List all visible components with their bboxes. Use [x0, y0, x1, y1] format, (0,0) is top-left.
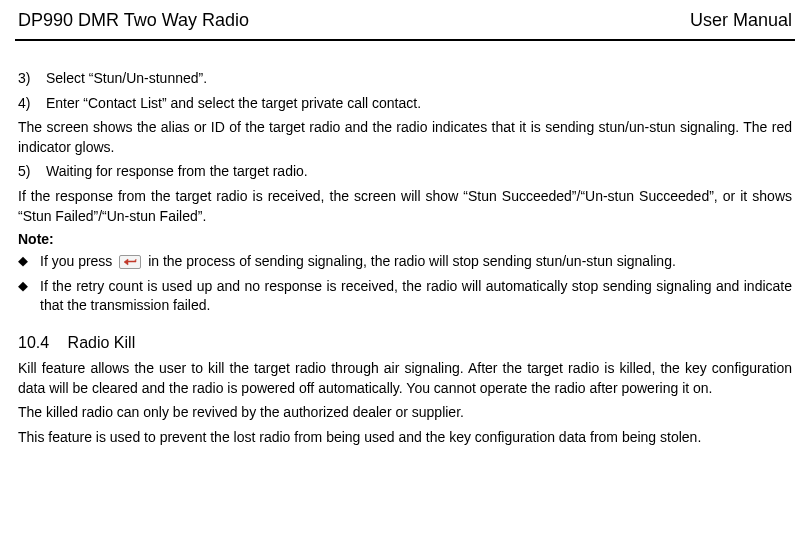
paragraph-screen-alias: The screen shows the alias or ID of the …: [18, 118, 792, 157]
step-4: 4) Enter “Contact List” and select the t…: [18, 94, 792, 114]
header-right: User Manual: [690, 10, 792, 31]
header-left: DP990 DMR Two Way Radio: [18, 10, 249, 31]
section-para-2: The killed radio can only be revived by …: [18, 403, 792, 423]
bullet-text-post: in the process of sending signaling, the…: [148, 253, 676, 269]
section-number: 10.4: [18, 334, 49, 352]
paragraph-response: If the response from the target radio is…: [18, 187, 792, 226]
note-bullet-2: ◆ If the retry count is used up and no r…: [18, 277, 792, 316]
bullet-text: If the retry count is used up and no res…: [40, 277, 792, 316]
bullet-text: If you press in the process of sending s…: [40, 252, 792, 272]
bullet-text-pre: If you press: [40, 253, 116, 269]
bullet-diamond-icon: ◆: [18, 252, 40, 272]
step-number: 5): [18, 162, 46, 182]
step-5: 5) Waiting for response from the target …: [18, 162, 792, 182]
step-text: Waiting for response from the target rad…: [46, 162, 792, 182]
step-text: Select “Stun/Un-stunned”.: [46, 69, 792, 89]
page-content: 3) Select “Stun/Un-stunned”. 4) Enter “C…: [0, 41, 810, 447]
section-para-1: Kill feature allows the user to kill the…: [18, 359, 792, 398]
step-number: 3): [18, 69, 46, 89]
note-bullet-1: ◆ If you press in the process of sending…: [18, 252, 792, 272]
back-key-icon: [119, 255, 141, 269]
page-header: DP990 DMR Two Way Radio User Manual: [0, 0, 810, 39]
section-heading-radio-kill: 10.4 Radio Kill: [18, 334, 792, 352]
note-heading: Note:: [18, 231, 792, 247]
step-text: Enter “Contact List” and select the targ…: [46, 94, 792, 114]
step-3: 3) Select “Stun/Un-stunned”.: [18, 69, 792, 89]
step-number: 4): [18, 94, 46, 114]
section-title: Radio Kill: [68, 334, 136, 351]
section-para-3: This feature is used to prevent the lost…: [18, 428, 792, 448]
bullet-diamond-icon: ◆: [18, 277, 40, 316]
